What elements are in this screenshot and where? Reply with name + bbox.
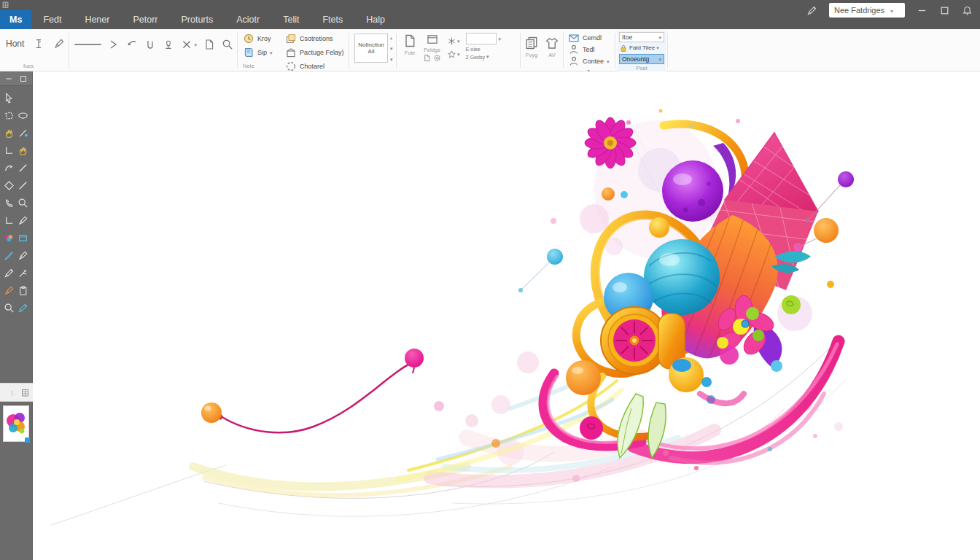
strip-dots: | . [11,389,16,396]
home-tab-label[interactable]: Hont [6,39,24,49]
feldgs-button[interactable]: Feldgs [423,33,441,62]
box-icon [285,47,297,58]
stamp-icon[interactable] [163,39,174,50]
line-tool-icon[interactable] [74,44,101,45]
pick-tool-icon[interactable] [4,93,15,104]
csotretions-label: Csotretions [300,35,333,42]
cemdl-button[interactable]: Cemdl [568,32,610,44]
menu-item-ftets[interactable]: Ftets [311,10,354,29]
app-grid-icon[interactable] [1,1,9,9]
framed-rect-tool-icon[interactable] [18,233,28,244]
swoosh-arrow-icon[interactable] [126,39,138,50]
bracket-pen-tool-icon[interactable] [4,215,15,226]
menu-item-telit[interactable]: Telit [271,10,311,29]
bell-icon[interactable] [962,5,973,16]
notinction-spinbox[interactable]: Notinction All [354,34,388,63]
pen-cyan-tool-icon[interactable] [18,303,28,314]
menu-item-halp[interactable]: Halp [354,10,397,29]
artwork-thumbnail[interactable] [3,405,29,442]
tedl-button[interactable]: Tedl [568,44,610,55]
minimize-icon[interactable] [917,5,928,16]
zoom-alt-tool-icon[interactable] [4,303,15,314]
star-button[interactable] [447,50,460,59]
onoeuntg-label: Onoeuntg [622,55,649,63]
hand-alt-tool-icon[interactable] [18,145,28,156]
spinbox-line1: Notinction [358,42,384,48]
foie-button[interactable]: Foie [402,33,417,62]
menu-item-ms[interactable]: Ms [0,10,31,29]
color-knot-tool-icon[interactable] [4,233,15,244]
pen-tool-icon[interactable] [806,5,817,16]
blank-dropdown[interactable] [466,33,502,44]
fatd-tilee-button[interactable]: Fatd Tilee [619,42,664,53]
zoom-tool-icon[interactable] [18,198,28,209]
delete-button[interactable] [181,39,197,50]
e-oiee-label: E-oiee [466,47,481,52]
note-group-caption: Nete [243,63,254,69]
chevron-down-icon [890,6,893,15]
pencil-tool-icon[interactable] [4,268,15,279]
maximize-icon[interactable] [939,5,950,16]
boat-pen-tool-icon[interactable] [18,215,28,226]
diamond-tool-icon[interactable] [4,180,15,191]
line-alt-tool-icon[interactable] [18,180,28,191]
e-oiee-button[interactable]: E-oiee [466,47,481,52]
pen-icon[interactable] [53,38,65,50]
spin-down-icon[interactable] [390,55,393,63]
float-panel-icon[interactable] [19,74,28,83]
onoeuntg-selected-field[interactable]: Onoeuntg [619,54,664,64]
page-icon [402,33,417,49]
lasso-tool-icon[interactable] [4,110,15,121]
clock-icon [243,33,254,44]
kroy-button[interactable]: Kroy [243,32,285,44]
brush-tool-icon[interactable] [4,250,15,261]
arrow-right-icon[interactable] [108,39,120,50]
fatd-tilee-label: Fatd Tilee [629,44,655,51]
menu-item-proturts[interactable]: Proturts [169,10,225,29]
menu-item-hener[interactable]: Hener [73,10,121,29]
ribbon-group-spin: Notinction All [354,34,393,63]
paperclip-icon[interactable] [144,39,156,50]
chevron-down-icon [607,58,610,65]
av-button[interactable]: AV [545,35,559,58]
mini-at-icon[interactable] [433,54,441,62]
asterisk-button[interactable] [447,36,460,46]
clipboard-tool-icon[interactable] [18,285,28,296]
curve-hook-tool-icon[interactable] [4,163,15,174]
chevron-down-icon [656,44,659,51]
line-node-tool-icon[interactable] [18,128,28,139]
hand-tool-icon[interactable] [4,128,15,139]
sip-button[interactable]: Sip [243,46,285,58]
itoe-dropdown[interactable]: Itoe [619,32,664,42]
chevron-down-icon [270,49,273,56]
text-select-icon[interactable] [33,38,44,50]
document-icon[interactable] [203,39,215,50]
search-icon[interactable] [222,39,233,50]
layers-icon [285,33,297,44]
menu-item-aciotr[interactable]: Aciotr [225,10,271,29]
ellipse-tool-icon[interactable] [18,110,28,121]
line-tool-icon[interactable] [18,163,28,174]
feldgs-label: Feldgs [424,47,440,53]
foie-label: Foie [405,50,416,56]
package-selector-dropdown[interactable]: Nee Fatdriges [829,3,905,18]
mini-page-icon[interactable] [423,54,431,62]
tools-group-caption: fues [23,63,34,69]
toolbox-panel: | . [0,71,33,560]
pages-grid-icon[interactable] [20,388,30,397]
corner-tool-icon[interactable] [4,145,15,156]
menu-item-fedt[interactable]: Fedt [31,10,73,29]
document-canvas[interactable] [34,71,980,560]
pen-orange-tool-icon[interactable] [4,285,15,296]
toolbox-bottom-strip: | . [0,383,33,402]
collapse-panel-icon[interactable] [4,74,13,83]
spin-up-icon[interactable] [390,34,393,41]
phone-hook-tool-icon[interactable] [4,198,15,209]
spin-mid-icon[interactable] [390,44,393,52]
z-gedsy-button[interactable]: Z Gedsy [466,54,489,60]
fvyg-button[interactable]: Fvyg [524,35,539,58]
contee-button[interactable]: Contee [568,55,610,67]
menu-item-petorr[interactable]: Petorr [121,10,169,29]
pen-tool-icon[interactable] [18,250,28,261]
fork-arrow-tool-icon[interactable] [18,268,28,279]
